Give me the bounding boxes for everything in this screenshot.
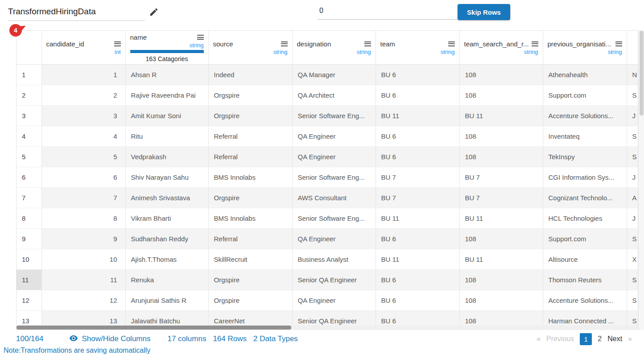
column-menu-icon[interactable] bbox=[532, 41, 538, 46]
cell-team[interactable]: BU 6 bbox=[376, 85, 459, 106]
table-row[interactable]: 1212Arunjunai Sathis ROrgspireQA Enginee… bbox=[17, 290, 638, 311]
cell-source[interactable]: Referral bbox=[208, 229, 292, 249]
cell-team[interactable]: BU 11 bbox=[376, 249, 459, 270]
cell-team_search_and_result[interactable]: 108 bbox=[459, 147, 543, 167]
cell-source[interactable]: BMS Innolabs bbox=[208, 167, 292, 188]
cell-name[interactable]: Renuka bbox=[125, 270, 208, 290]
column-menu-icon[interactable] bbox=[281, 41, 288, 46]
pagination-page-1[interactable]: 1 bbox=[580, 333, 592, 345]
column-menu-icon[interactable] bbox=[114, 41, 121, 46]
cell-previous_organisation[interactable]: Accenture Solutions... bbox=[543, 290, 627, 311]
column-header-candidate_id[interactable]: candidate_id int bbox=[41, 31, 125, 65]
table-row[interactable]: 1111RenukaOrgspireSenior QA EngineerBU 6… bbox=[17, 270, 638, 290]
cell-overflow[interactable]: J bbox=[627, 208, 638, 229]
cell-candidate_id[interactable]: 8 bbox=[41, 208, 125, 229]
horizontal-scrollbar[interactable] bbox=[17, 325, 638, 330]
cell-candidate_id[interactable]: 10 bbox=[41, 249, 125, 270]
cell-overflow[interactable]: X bbox=[627, 249, 638, 270]
cell-overflow[interactable]: J bbox=[627, 106, 638, 126]
column-header-team_search_and_result[interactable]: team_search_and_r... string bbox=[459, 31, 543, 65]
cell-team_search_and_result[interactable]: 108 bbox=[459, 229, 543, 249]
cell-team[interactable]: BU 6 bbox=[376, 147, 459, 167]
cell-candidate_id[interactable]: 11 bbox=[41, 270, 125, 290]
edit-pencil-icon[interactable] bbox=[149, 7, 159, 17]
row-number[interactable]: 3 bbox=[17, 106, 41, 126]
table-row[interactable]: 88Vikram BhartiBMS InnolabsSenior Softwa… bbox=[17, 208, 638, 229]
cell-team_search_and_result[interactable]: BU 11 bbox=[459, 208, 543, 229]
pagination-next[interactable]: Next bbox=[607, 335, 622, 343]
skip-rows-button[interactable]: Skip Rows bbox=[458, 4, 510, 20]
cell-name[interactable]: Ritu bbox=[125, 126, 208, 147]
column-menu-icon[interactable] bbox=[364, 41, 371, 46]
cell-source[interactable]: Orgspire bbox=[208, 85, 292, 106]
cell-candidate_id[interactable]: 4 bbox=[41, 126, 125, 147]
cell-source[interactable]: Referral bbox=[208, 126, 292, 147]
table-row[interactable]: 55VedprakashReferralQA EngineerBU 6108Te… bbox=[17, 147, 638, 167]
pagination-first-icon[interactable]: « bbox=[537, 335, 541, 343]
cell-previous_organisation[interactable]: HCL Technologies bbox=[543, 208, 627, 229]
cell-name[interactable]: Sudharshan Reddy bbox=[125, 229, 208, 249]
cell-source[interactable]: Orgspire bbox=[208, 106, 292, 126]
cell-designation[interactable]: QA Engineer bbox=[292, 126, 376, 147]
cell-team_search_and_result[interactable]: BU 11 bbox=[459, 249, 543, 270]
dataset-name-input[interactable] bbox=[8, 4, 145, 21]
horizontal-scrollbar-thumb[interactable] bbox=[17, 326, 291, 330]
cell-overflow[interactable]: S bbox=[627, 85, 638, 106]
cell-overflow[interactable]: S bbox=[627, 270, 638, 290]
cell-team_search_and_result[interactable]: 108 bbox=[459, 270, 543, 290]
vertical-scrollbar[interactable] bbox=[638, 30, 644, 330]
cell-source[interactable]: BMS Innolabs bbox=[208, 208, 292, 229]
cell-previous_organisation[interactable]: Thomson Reuters bbox=[543, 270, 627, 290]
row-number[interactable]: 6 bbox=[17, 167, 41, 188]
cell-candidate_id[interactable]: 12 bbox=[41, 290, 125, 311]
cell-candidate_id[interactable]: 9 bbox=[41, 229, 125, 249]
cell-overflow[interactable]: S bbox=[627, 126, 638, 147]
cell-designation[interactable]: QA Engineer bbox=[292, 290, 376, 311]
cell-team[interactable]: BU 11 bbox=[376, 106, 459, 126]
cell-previous_organisation[interactable]: Support.com bbox=[543, 229, 627, 249]
row-number[interactable]: 1 bbox=[17, 65, 41, 85]
column-header-name[interactable]: name string 163 Catagories bbox=[125, 31, 208, 65]
cell-team_search_and_result[interactable]: 108 bbox=[459, 65, 543, 85]
cell-team_search_and_result[interactable]: 108 bbox=[459, 85, 543, 106]
column-menu-icon[interactable] bbox=[448, 41, 455, 46]
cell-previous_organisation[interactable]: Inventateq bbox=[543, 126, 627, 147]
cell-previous_organisation[interactable]: Altisource bbox=[543, 249, 627, 270]
cell-name[interactable]: Vikram Bharti bbox=[125, 208, 208, 229]
cell-name[interactable]: Vedprakash bbox=[125, 147, 208, 167]
vertical-scrollbar-thumb[interactable] bbox=[640, 31, 644, 116]
cell-team_search_and_result[interactable]: BU 11 bbox=[459, 106, 543, 126]
cell-candidate_id[interactable]: 5 bbox=[41, 147, 125, 167]
cell-overflow[interactable]: A bbox=[627, 188, 638, 208]
cell-candidate_id[interactable]: 6 bbox=[41, 167, 125, 188]
row-number[interactable]: 11 bbox=[17, 270, 41, 290]
cell-team[interactable]: BU 6 bbox=[376, 290, 459, 311]
cell-overflow[interactable]: S bbox=[627, 290, 638, 311]
cell-overflow[interactable]: S bbox=[627, 147, 638, 167]
table-row[interactable]: 1010Ajish.T.ThomasSkillRecruitBusiness A… bbox=[17, 249, 638, 270]
cell-previous_organisation[interactable]: CGI Information Sys... bbox=[543, 167, 627, 188]
pagination-previous[interactable]: Previous bbox=[546, 335, 574, 343]
table-row[interactable]: 99Sudharshan ReddyReferralQA EngineerBU … bbox=[17, 229, 638, 249]
cell-candidate_id[interactable]: 3 bbox=[41, 106, 125, 126]
cell-source[interactable]: Referral bbox=[208, 147, 292, 167]
cell-team_search_and_result[interactable]: 108 bbox=[459, 126, 543, 147]
table-row[interactable]: 33Amit Kumar SoniOrgspireSenior Software… bbox=[17, 106, 638, 126]
row-number[interactable]: 9 bbox=[17, 229, 41, 249]
column-header-source[interactable]: source string bbox=[208, 31, 292, 65]
row-number[interactable]: 5 bbox=[17, 147, 41, 167]
table-row[interactable]: 77Animesh SrivastavaOrgspireAWS Consulta… bbox=[17, 188, 638, 208]
cell-team[interactable]: BU 6 bbox=[376, 65, 459, 85]
skip-rows-input[interactable] bbox=[318, 4, 457, 20]
cell-team_search_and_result[interactable]: BU 7 bbox=[459, 167, 543, 188]
cell-name[interactable]: Amit Kumar Soni bbox=[125, 106, 208, 126]
cell-designation[interactable]: Senior Software Eng... bbox=[292, 106, 376, 126]
cell-overflow[interactable]: N bbox=[627, 65, 638, 85]
cell-previous_organisation[interactable]: TekInspy bbox=[543, 147, 627, 167]
pagination-last-icon[interactable]: » bbox=[628, 335, 632, 343]
row-number[interactable]: 7 bbox=[17, 188, 41, 208]
cell-designation[interactable]: Business Analyst bbox=[292, 249, 376, 270]
cell-previous_organisation[interactable]: Support.com bbox=[543, 85, 627, 106]
cell-designation[interactable]: AWS Consultant bbox=[292, 188, 376, 208]
cell-previous_organisation[interactable]: Athenahealth bbox=[543, 65, 627, 85]
